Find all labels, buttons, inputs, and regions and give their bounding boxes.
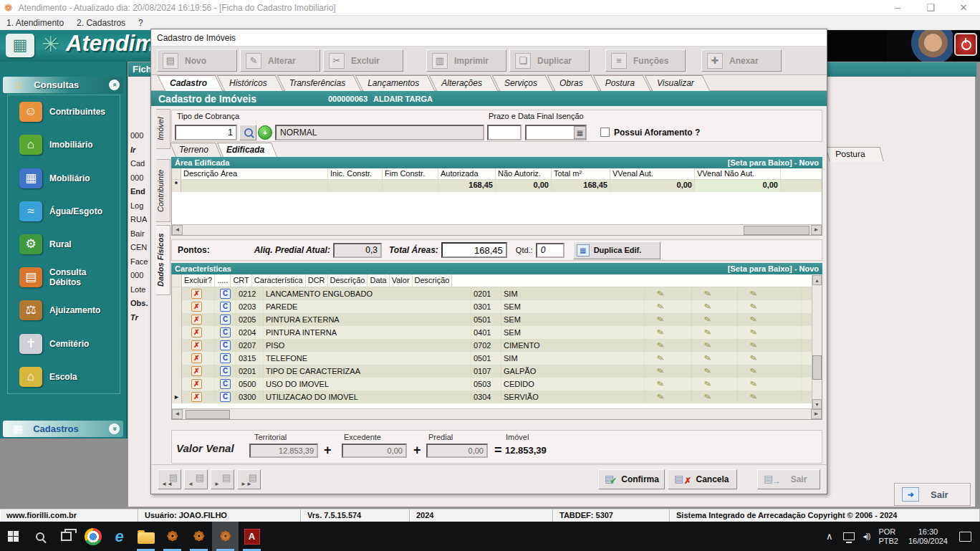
restore-button[interactable]: ❑: [914, 0, 947, 16]
edit-data-icon[interactable]: ✎: [655, 365, 665, 377]
carac-vscrollbar[interactable]: ▲ ▼: [812, 275, 822, 409]
characteristic-row[interactable]: ✗ C 0315 TELEFONE 0501 SIM ✎ ✎ ✎: [172, 352, 822, 365]
scroll-thumb[interactable]: [186, 410, 230, 419]
dialog-tab[interactable]: Visualizar: [648, 75, 706, 91]
side-tab[interactable]: Dados Físicos: [156, 225, 170, 295]
tray-expand-icon[interactable]: ∧: [826, 531, 833, 542]
first-record-button[interactable]: ▤◄◄: [158, 469, 181, 489]
dialog-tab[interactable]: Serviços: [496, 75, 549, 91]
edit-descricao-icon[interactable]: ✎: [749, 314, 758, 325]
edit-data-icon[interactable]: ✎: [655, 378, 665, 390]
scroll-down-icon[interactable]: ▼: [812, 399, 822, 409]
scroll-right-icon[interactable]: ►: [811, 225, 822, 235]
minimize-button[interactable]: –: [881, 0, 914, 16]
attach-icon[interactable]: ✚ Anexar: [701, 49, 782, 72]
edit-descricao-icon[interactable]: ✎: [749, 327, 758, 338]
scroll-left-icon[interactable]: ◄: [172, 409, 183, 419]
edit-valor-icon[interactable]: ✎: [703, 353, 712, 364]
scroll-thumb[interactable]: [812, 355, 822, 380]
clock[interactable]: 16:30 16/09/2024: [908, 527, 948, 546]
new-icon[interactable]: ▤ Novo: [157, 49, 237, 72]
delete-characteristic-button[interactable]: ✗: [191, 353, 202, 363]
power-button[interactable]: [954, 33, 977, 56]
sub-tab[interactable]: Terreno: [173, 143, 218, 157]
dialog-tab[interactable]: Obras: [551, 75, 595, 91]
characteristic-row[interactable]: ✗ C 0207 PISO 0702 CIMENTO ✎ ✎ ✎: [172, 339, 822, 352]
next-record-button[interactable]: ▤►: [211, 469, 234, 489]
delete-icon[interactable]: ✂ Excluir: [323, 49, 403, 72]
qtd-input[interactable]: [536, 243, 565, 258]
characteristic-row[interactable]: ✗ C 0212 LANCAMENTO ENGLOBADO 0201 SIM ✎…: [172, 287, 822, 300]
prazo-input[interactable]: [487, 125, 522, 140]
network-icon[interactable]: [843, 532, 855, 540]
action-center-icon[interactable]: [959, 532, 971, 542]
predial-input[interactable]: [426, 444, 488, 458]
menu-item[interactable]: 2. Cadastros: [70, 18, 132, 28]
sidebar-item[interactable]: ≈ Água/Esgoto: [8, 195, 120, 228]
sidebar-item[interactable]: ▤ Consulta Débitos: [8, 261, 120, 294]
fiorilli-app-icon[interactable]: ❁: [212, 522, 239, 551]
excedente-input[interactable]: [342, 444, 407, 458]
language-indicator[interactable]: POR PTB2: [878, 527, 898, 546]
previous-record-button[interactable]: ▤◄: [184, 469, 208, 489]
total-areas-input[interactable]: [441, 242, 507, 258]
edit-valor-icon[interactable]: ✎: [703, 378, 712, 390]
edit-descricao-icon[interactable]: ✎: [749, 288, 758, 300]
start-button[interactable]: [0, 522, 27, 551]
edit-icon[interactable]: ✎ Alterar: [240, 49, 320, 72]
delete-characteristic-button[interactable]: ✗: [191, 315, 202, 325]
edit-valor-icon[interactable]: ✎: [703, 340, 712, 351]
edit-valor-icon[interactable]: ✎: [703, 301, 712, 312]
collapse-chevron-icon[interactable]: «: [109, 80, 120, 90]
acrobat-icon[interactable]: A: [239, 522, 265, 551]
sidebar-group-consultas[interactable]: ☺ Consultas «: [3, 77, 123, 93]
characteristic-row[interactable]: ✗ C 0203 PAREDE 0301 SEM ✎ ✎ ✎: [172, 300, 822, 313]
edit-data-icon[interactable]: ✎: [655, 391, 665, 403]
delete-characteristic-button[interactable]: ✗: [191, 379, 202, 389]
dialog-tab[interactable]: Lançamentos: [359, 75, 431, 91]
dialog-tab[interactable]: Cadastro: [161, 75, 219, 91]
sidebar-item[interactable]: ▦ Mobiliário: [8, 161, 120, 194]
calendar-icon[interactable]: ▦: [574, 126, 586, 139]
scroll-thumb[interactable]: [744, 226, 810, 235]
delete-characteristic-button[interactable]: ✗: [191, 327, 202, 337]
edit-data-icon[interactable]: ✎: [655, 353, 665, 364]
delete-characteristic-button[interactable]: ✗: [191, 392, 202, 402]
scroll-left-icon[interactable]: ◄: [172, 225, 183, 235]
cobranca-code-input[interactable]: [175, 125, 237, 140]
confirma-button[interactable]: ▤✓ Confirma: [598, 469, 665, 489]
aliq-predial-input[interactable]: [333, 243, 382, 258]
edit-descricao-icon[interactable]: ✎: [749, 340, 758, 351]
ie-icon[interactable]: e: [106, 522, 133, 551]
edit-valor-icon[interactable]: ✎: [703, 391, 712, 403]
duplica-edif-button[interactable]: ▦ Duplica Edif.: [573, 241, 660, 259]
dialog-tab[interactable]: Históricos: [221, 75, 279, 91]
menu-item[interactable]: ?: [132, 18, 150, 28]
sidebar-item[interactable]: ⌂ Escola: [8, 360, 120, 393]
sidebar-item[interactable]: ⚖ Ajuizamento: [8, 294, 120, 327]
task-view-button[interactable]: [53, 522, 80, 551]
edit-descricao-icon[interactable]: ✎: [749, 301, 758, 312]
characteristic-row[interactable]: ✗ C 0204 PINTURA INTERNA 0401 SEM ✎ ✎ ✎: [172, 326, 822, 339]
edit-data-icon[interactable]: ✎: [655, 288, 665, 300]
chrome-icon[interactable]: [80, 522, 106, 551]
go-button[interactable]: +: [258, 125, 272, 140]
area-table-row[interactable]: * 168,450,00168,450,000,00: [172, 180, 822, 192]
aforamento-checkbox[interactable]: [600, 128, 610, 137]
sidebar-item[interactable]: ⌂ Imobiliário: [8, 128, 120, 161]
sidebar-group-cadastros[interactable]: ▦ Cadastros »: [3, 421, 123, 437]
menu-item[interactable]: 1. Atendimento: [0, 18, 70, 28]
scroll-up-icon[interactable]: ▲: [812, 275, 822, 285]
edit-data-icon[interactable]: ✎: [655, 314, 665, 325]
edit-descricao-icon[interactable]: ✎: [749, 353, 758, 364]
territorial-input[interactable]: [249, 444, 318, 458]
scroll-right-icon[interactable]: ►: [811, 409, 822, 419]
edit-data-icon[interactable]: ✎: [655, 340, 665, 351]
side-tab[interactable]: Imóvel: [156, 109, 170, 149]
carac-hscrollbar[interactable]: ◄ ►: [172, 408, 822, 419]
sidebar-item[interactable]: ☺ Contribuintes: [8, 95, 120, 128]
edit-valor-icon[interactable]: ✎: [703, 288, 712, 300]
last-record-button[interactable]: ▤►►: [237, 469, 261, 489]
sair-button[interactable]: ▤→ Sair: [757, 469, 820, 489]
dialog-tab[interactable]: Transferências: [281, 75, 357, 91]
